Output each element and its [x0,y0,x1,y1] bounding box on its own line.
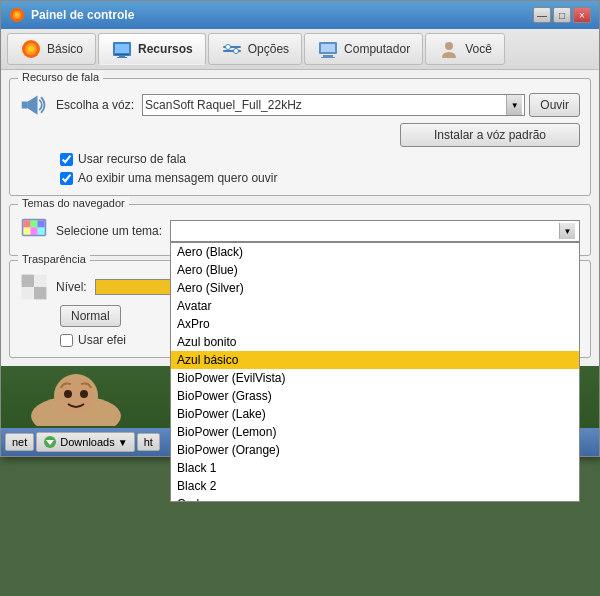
taskbar-item-downloads-label: Downloads [60,436,114,448]
taskbar-item-downloads[interactable]: Downloads ▼ [36,432,134,452]
dropdown-item[interactable]: Azul básico [171,351,579,369]
dropdown-item[interactable]: Avatar [171,297,579,315]
taskbar-item-ht[interactable]: ht [137,433,160,451]
speech-group-label: Recurso de fala [18,71,103,83]
dropdown-item[interactable]: BioPower (Grass) [171,387,579,405]
dropdown-item[interactable]: Aero (Blue) [171,261,579,279]
use-speech-checkbox[interactable] [60,153,73,166]
on-message-label: Ao exibir uma mensagem quero ouvir [78,171,277,185]
theme-dropdown-list[interactable]: Aero (Black)Aero (Blue)Aero (Silver)Avat… [170,242,580,502]
dropdown-item[interactable]: BioPower (Orange) [171,441,579,459]
taskbar-item-ht-label: ht [144,436,153,448]
use-speech-row: Usar recurso de fala [60,152,580,166]
basico-icon [20,38,42,60]
minimize-button[interactable]: — [533,7,551,23]
dropdown-item[interactable]: BioPower (Lake) [171,405,579,423]
dropdown-item[interactable]: Carbono [171,495,579,502]
use-effect-checkbox[interactable] [60,334,73,347]
svg-rect-29 [38,228,45,235]
svg-rect-34 [22,275,47,300]
dropdown-item[interactable]: Black 2 [171,477,579,495]
tab-computador[interactable]: Computador [304,33,423,65]
listen-button[interactable]: Ouvir [529,93,580,117]
tab-opcoes-label: Opções [248,42,289,56]
level-label: Nível: [56,280,87,294]
downloads-icon [43,435,57,449]
title-bar: Painel de controle — □ × [1,1,599,29]
speaker-icon [20,91,48,119]
toolbar: Básico Recursos Opções [1,29,599,70]
svg-point-2 [15,13,19,17]
theme-select-container: ▼ Aero (Black)Aero (Blue)Aero (Silver)Av… [170,220,580,242]
theme-icon [20,217,48,245]
app-icon [9,7,25,23]
title-bar-buttons: — □ × [533,7,591,23]
svg-point-40 [64,390,72,398]
dropdown-item[interactable]: Aero (Black) [171,243,579,261]
dropdown-item[interactable]: Aero (Silver) [171,279,579,297]
taskbar-item-net-label: net [12,436,27,448]
recursos-icon [111,38,133,60]
install-voice-button[interactable]: Instalar a vóz padrão [400,123,580,147]
svg-rect-7 [115,44,129,53]
taskbar-item-net[interactable]: net [5,433,34,451]
tab-voce[interactable]: Você [425,33,505,65]
normal-button[interactable]: Normal [60,305,121,327]
svg-rect-26 [38,221,45,228]
level-bar[interactable] [95,279,175,295]
dropdown-item[interactable]: BioPower (Lemon) [171,423,579,441]
voice-row: Escolha a vóz: ScanSoft Raquel_Full_22kH… [20,91,580,119]
voce-icon [438,38,460,60]
svg-rect-17 [323,55,333,57]
svg-rect-10 [117,57,127,58]
voice-select[interactable]: ScanSoft Raquel_Full_22kHz ▼ [142,94,525,116]
voice-dropdown-arrow[interactable]: ▼ [506,95,522,115]
svg-rect-16 [321,44,335,52]
close-button[interactable]: × [573,7,591,23]
main-window: Painel de controle — □ × Básico [0,0,600,457]
voice-select-value: ScanSoft Raquel_Full_22kHz [145,98,302,112]
tab-basico[interactable]: Básico [7,33,96,65]
svg-rect-24 [24,221,31,228]
on-message-row: Ao exibir uma mensagem quero ouvir [60,171,580,185]
downloads-arrow[interactable]: ▼ [118,437,128,448]
svg-marker-21 [28,95,38,114]
opcoes-icon [221,38,243,60]
theme-dropdown-arrow[interactable]: ▼ [559,223,575,239]
svg-rect-28 [31,228,38,235]
maximize-button[interactable]: □ [553,7,571,23]
transparency-icon [20,273,48,301]
transparency-group-label: Trasparência [18,253,90,265]
svg-point-19 [445,42,453,50]
theme-select[interactable]: ▼ [170,220,580,242]
svg-rect-18 [321,57,335,58]
dropdown-item[interactable]: Azul bonito [171,333,579,351]
dropdown-item[interactable]: Black 1 [171,459,579,477]
tab-opcoes[interactable]: Opções [208,33,302,65]
svg-point-14 [233,49,238,54]
avatar-preview [21,366,131,426]
svg-rect-8 [115,54,129,55]
theme-group: Temas do navegador Selecione um tema: [9,204,591,256]
svg-point-5 [28,46,34,52]
svg-rect-20 [22,102,28,109]
dropdown-item[interactable]: BioPower (EvilVista) [171,369,579,387]
tab-computador-label: Computador [344,42,410,56]
use-effect-label: Usar efei [78,333,126,347]
tab-recursos[interactable]: Recursos [98,33,206,65]
voice-label: Escolha a vóz: [56,98,134,112]
content-body: Recurso de fala Escolha a vóz: ScanSoft … [1,70,599,358]
tab-voce-label: Você [465,42,492,56]
title-bar-left: Painel de controle [9,7,134,23]
window-title: Painel de controle [31,8,134,22]
dropdown-item[interactable]: AxPro [171,315,579,333]
svg-rect-9 [119,55,125,57]
svg-point-13 [225,45,230,50]
tab-basico-label: Básico [47,42,83,56]
use-speech-label: Usar recurso de fala [78,152,186,166]
theme-row: Selecione um tema: ▼ Aero (Black)Aero (B… [20,217,580,245]
tab-recursos-label: Recursos [138,42,193,56]
svg-rect-27 [24,228,31,235]
avatar-svg [21,366,131,426]
on-message-checkbox[interactable] [60,172,73,185]
